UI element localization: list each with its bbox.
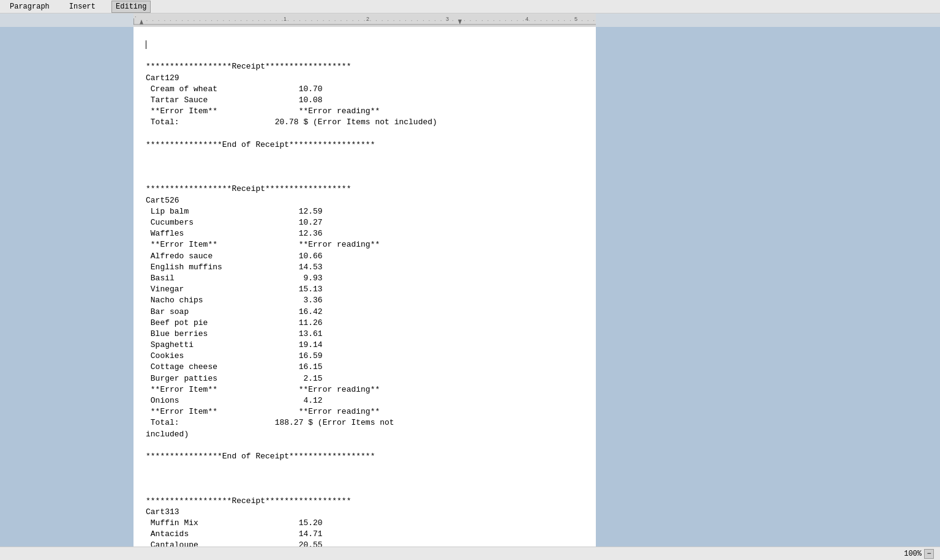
receipt1-cart: Cart129 — [146, 73, 179, 83]
zoom-controls: 100% − — [904, 549, 934, 559]
receipt3-cart: Cart313 — [146, 507, 179, 517]
receipt1-header: ******************Receipt***************… — [146, 62, 351, 71]
menu-bar: Paragraph Insert Editing — [0, 0, 940, 13]
bottom-bar: 100% − — [0, 547, 940, 560]
receipt3-header: ******************Receipt***************… — [146, 496, 351, 506]
document-area[interactable]: ******************Receipt***************… — [133, 27, 596, 547]
document-content: ******************Receipt***************… — [146, 39, 584, 547]
left-sidebar — [0, 27, 133, 547]
right-sidebar — [596, 27, 940, 547]
menu-paragraph[interactable]: Paragraph — [6, 1, 53, 12]
svg-text:· · · · · · · · · · · · · · · : · · · · · · · · · · · · · · · · · · · · … — [140, 18, 596, 23]
zoom-out-button[interactable]: − — [924, 549, 934, 559]
ruler-left-margin — [0, 13, 133, 27]
ruler-area: · 1 2 3 4 5 · · · · · · · · · · · · · · … — [133, 13, 596, 27]
main-area: ******************Receipt***************… — [0, 27, 940, 547]
ruler-container: · 1 2 3 4 5 · · · · · · · · · · · · · · … — [0, 13, 940, 27]
receipt2-footer: ****************End of Receipt**********… — [146, 452, 375, 461]
receipt2-cart: Cart526 — [146, 196, 179, 205]
svg-text:·: · — [135, 13, 137, 20]
menu-insert[interactable]: Insert — [66, 1, 99, 12]
zoom-level: 100% — [904, 550, 922, 558]
receipt1-footer: ****************End of Receipt**********… — [146, 140, 375, 149]
receipt2-header: ******************Receipt***************… — [146, 184, 351, 193]
menu-editing[interactable]: Editing — [111, 1, 151, 13]
ruler-right-margin — [596, 13, 940, 27]
